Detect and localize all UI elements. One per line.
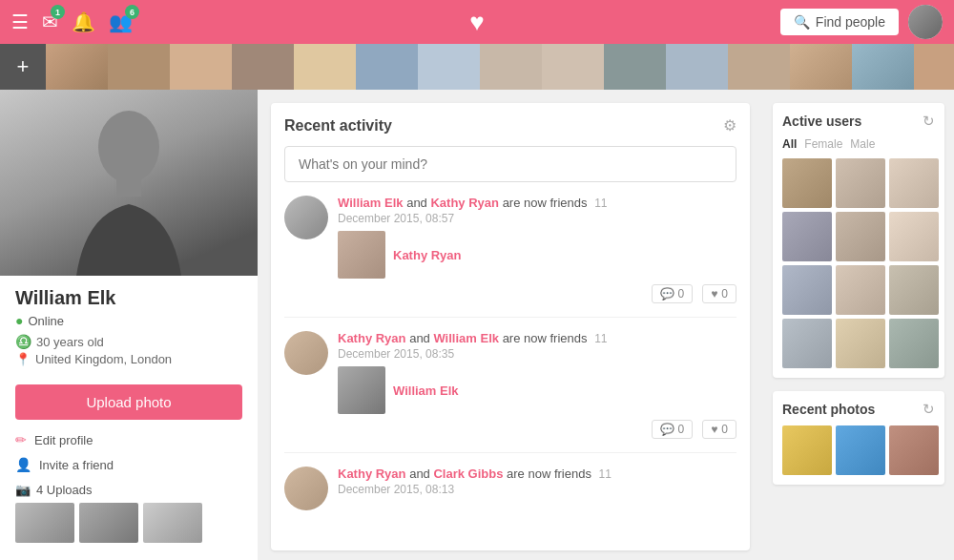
filter-female[interactable]: Female	[804, 137, 842, 151]
upload-thumb-1[interactable]	[15, 503, 74, 543]
activity-count-3: 11	[599, 467, 612, 481]
strip-photo-6[interactable]	[356, 44, 418, 90]
settings-gear-icon[interactable]: ⚙	[723, 116, 736, 135]
activity-time-3: December 2015, 08:13	[338, 483, 736, 496]
activity-body-3: Kathy Ryan and Clark Gibbs are now frien…	[338, 467, 736, 510]
like-button-2[interactable]: ♥ 0	[702, 420, 736, 439]
recent-refresh-icon[interactable]: ↻	[923, 401, 935, 418]
activity-title: Recent activity	[284, 117, 392, 135]
active-user-7[interactable]	[782, 265, 832, 315]
status-label: Online	[28, 314, 64, 328]
strip-photo-14[interactable]	[852, 44, 914, 90]
comment-button-1[interactable]: 💬 0	[652, 284, 694, 303]
activity-body-1: William Elk and Kathy Ryan are now frien…	[338, 196, 736, 303]
center-area: Recent activity ⚙ William Elk and Kathy …	[258, 90, 763, 560]
like-button-1[interactable]: ♥ 0	[702, 284, 736, 303]
age-label: 30 years old	[36, 335, 104, 349]
strip-photo-13[interactable]	[790, 44, 852, 90]
activity-action-3: are now friends	[507, 467, 591, 481]
strip-photo-8[interactable]	[480, 44, 542, 90]
activity-input[interactable]	[284, 146, 736, 182]
preview-photo-1[interactable]	[338, 231, 385, 279]
find-people-label: Find people	[816, 14, 885, 30]
strip-photo-15[interactable]	[914, 44, 954, 90]
strip-photo-1[interactable]	[46, 44, 108, 90]
recent-photo-3[interactable]	[889, 425, 939, 475]
friends-icon-wrap[interactable]: 👥 6	[109, 10, 133, 33]
activity-text-1: William Elk and Kathy Ryan are now frien…	[338, 196, 736, 210]
activity-and-3: and	[409, 467, 433, 481]
activity-time-1: December 2015, 08:57	[338, 212, 736, 225]
strip-photo-2[interactable]	[108, 44, 170, 90]
activity-body-2: Kathy Ryan and William Elk are now frien…	[338, 331, 736, 439]
location-icon: 📍	[15, 352, 31, 366]
activity-text-2: Kathy Ryan and William Elk are now frien…	[338, 331, 736, 345]
notifications-icon-wrap[interactable]: 🔔	[72, 10, 95, 33]
recent-photos-widget: Recent photos ↻	[773, 391, 944, 485]
strip-photo-4[interactable]	[232, 44, 294, 90]
filter-male[interactable]: Male	[850, 137, 875, 151]
strip-photo-7[interactable]	[418, 44, 480, 90]
activity-avatar-2[interactable]	[284, 331, 328, 375]
upload-photo-button[interactable]: Upload photo	[15, 384, 242, 420]
preview-photo-2[interactable]	[338, 366, 385, 414]
activity-preview-1: Kathy Ryan	[338, 231, 736, 279]
activity-text-3: Kathy Ryan and Clark Gibbs are now frien…	[338, 467, 736, 481]
upload-thumb-2[interactable]	[79, 503, 138, 543]
active-user-6[interactable]	[889, 212, 939, 261]
strip-photo-3[interactable]	[170, 44, 232, 90]
activity-card: Recent activity ⚙ William Elk and Kathy …	[271, 103, 750, 550]
messages-icon-wrap[interactable]: ✉ 1	[42, 10, 58, 33]
activity-avatar-1[interactable]	[284, 196, 328, 239]
activity-link-william[interactable]: William Elk	[338, 196, 404, 210]
uploads-label: 📷 4 Uploads	[15, 483, 242, 497]
strip-photo-11[interactable]	[666, 44, 728, 90]
strip-photo-9[interactable]	[542, 44, 604, 90]
uploads-thumbs	[15, 503, 242, 543]
active-user-3[interactable]	[889, 158, 939, 208]
recent-photo-1[interactable]	[782, 425, 832, 475]
activity-link-kathy[interactable]: Kathy Ryan	[430, 196, 499, 210]
edit-profile-label: Edit profile	[34, 433, 93, 447]
edit-profile-link[interactable]: ✏ Edit profile	[0, 427, 258, 452]
strip-photo-12[interactable]	[728, 44, 790, 90]
messages-badge: 1	[51, 5, 65, 19]
nav-right: 🔍 Find people	[780, 5, 943, 39]
active-user-9[interactable]	[889, 265, 939, 315]
preview-name-2[interactable]: William Elk	[393, 384, 459, 398]
filter-all[interactable]: All	[782, 137, 797, 151]
like-icon-2: ♥	[711, 423, 717, 436]
preview-name-1[interactable]: Kathy Ryan	[393, 248, 462, 262]
strip-photo-10[interactable]	[604, 44, 666, 90]
active-user-1[interactable]	[782, 158, 832, 208]
like-icon-1: ♥	[711, 287, 717, 301]
activity-link-william2[interactable]: William Elk	[433, 331, 499, 345]
activity-avatar-3[interactable]	[284, 467, 328, 510]
activity-link-kathy3[interactable]: Kathy Ryan	[338, 467, 406, 481]
recent-photo-2[interactable]	[836, 425, 885, 475]
find-people-button[interactable]: 🔍 Find people	[780, 9, 899, 35]
refresh-icon[interactable]: ↻	[923, 113, 935, 130]
active-user-12[interactable]	[889, 319, 939, 368]
comment-button-2[interactable]: 💬 0	[652, 420, 694, 439]
active-user-11[interactable]	[836, 319, 885, 368]
activity-link-clark[interactable]: Clark Gibbs	[433, 467, 503, 481]
hamburger-icon[interactable]: ☰	[11, 10, 29, 33]
profile-photo-area	[0, 90, 258, 276]
upload-thumb-3[interactable]	[143, 503, 202, 543]
nav-avatar[interactable]	[908, 5, 943, 39]
strip-add-button[interactable]: +	[0, 44, 46, 90]
active-user-5[interactable]	[836, 212, 885, 261]
activity-item-1: William Elk and Kathy Ryan are now frien…	[284, 196, 736, 318]
active-user-8[interactable]	[836, 265, 885, 315]
svg-point-1	[98, 111, 159, 183]
profile-info: William Elk ● Online ♎ 30 years old 📍 Un…	[0, 276, 258, 375]
invite-friend-link[interactable]: 👤 Invite a friend	[0, 452, 258, 477]
active-user-2[interactable]	[836, 158, 885, 208]
activity-link-kathy2[interactable]: Kathy Ryan	[338, 331, 406, 345]
active-user-10[interactable]	[782, 319, 832, 368]
strip-photo-5[interactable]	[294, 44, 356, 90]
activity-action-1: are now friends	[503, 196, 588, 210]
active-user-4[interactable]	[782, 212, 832, 261]
activity-time-2: December 2015, 08:35	[338, 347, 736, 361]
